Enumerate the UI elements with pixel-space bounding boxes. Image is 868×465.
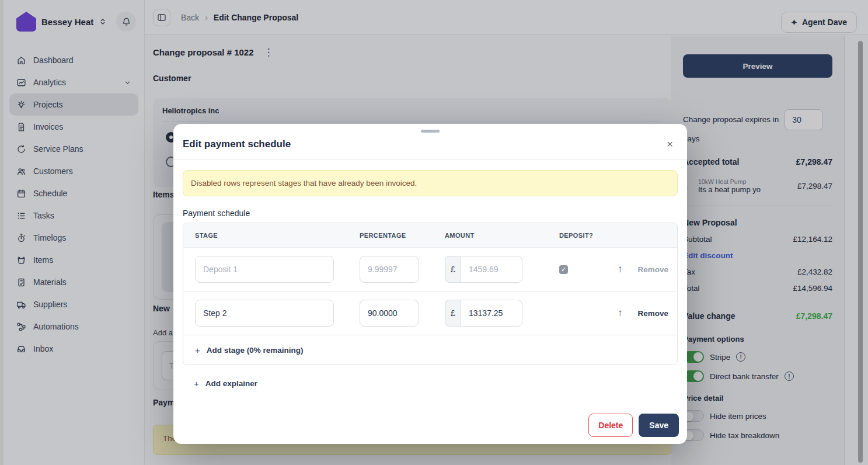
delete-button[interactable]: Delete <box>588 414 633 437</box>
add-stage-button[interactable]: + Add stage (0% remaining) <box>183 335 677 365</box>
app-window: Bessey Heat Dashboard Analytics <box>0 0 868 465</box>
disabled-rows-warning: Disabled rows represent stages that have… <box>183 170 678 196</box>
currency-prefix: £ <box>445 300 461 327</box>
move-up-icon[interactable]: ↑ <box>618 307 623 319</box>
remove-row-button[interactable]: Remove <box>638 309 669 318</box>
col-deposit: DEPOSIT? <box>548 232 618 239</box>
add-explainer-button[interactable]: + Add explainer <box>194 379 678 388</box>
amount-input[interactable] <box>461 300 522 327</box>
add-explainer-label: Add explainer <box>205 379 257 388</box>
stage-name-input <box>195 256 334 283</box>
save-button[interactable]: Save <box>639 414 679 437</box>
close-icon[interactable]: × <box>663 137 677 151</box>
plus-icon: + <box>195 345 200 355</box>
col-stage: STAGE <box>183 232 348 239</box>
plus-icon: + <box>194 379 199 388</box>
amount-input <box>461 256 522 283</box>
add-stage-label: Add stage (0% remaining) <box>207 346 304 355</box>
payment-schedule-table: STAGE PERCENTAGE AMOUNT DEPOSIT? £ ✓ <box>183 223 678 365</box>
col-percentage: PERCENTAGE <box>348 232 433 239</box>
remove-row-button: Remove <box>638 265 669 274</box>
percentage-input[interactable] <box>360 300 419 327</box>
stage-name-input[interactable] <box>195 300 334 327</box>
table-row: £ ↑ Remove <box>183 292 677 335</box>
table-header-row: STAGE PERCENTAGE AMOUNT DEPOSIT? <box>183 223 677 248</box>
warning-text: Disabled rows represent stages that have… <box>191 179 417 188</box>
table-row: £ ✓ ↑ Remove <box>183 248 677 292</box>
percentage-input <box>360 256 419 283</box>
deposit-checkbox-checked: ✓ <box>559 265 568 274</box>
col-amount: AMOUNT <box>433 232 548 239</box>
edit-payment-schedule-modal: Edit payment schedule × Disabled rows re… <box>173 124 687 444</box>
modal-title: Edit payment schedule <box>183 138 291 150</box>
currency-prefix: £ <box>445 256 461 283</box>
payment-schedule-label: Payment schedule <box>183 209 678 218</box>
move-up-icon[interactable]: ↑ <box>618 263 623 275</box>
